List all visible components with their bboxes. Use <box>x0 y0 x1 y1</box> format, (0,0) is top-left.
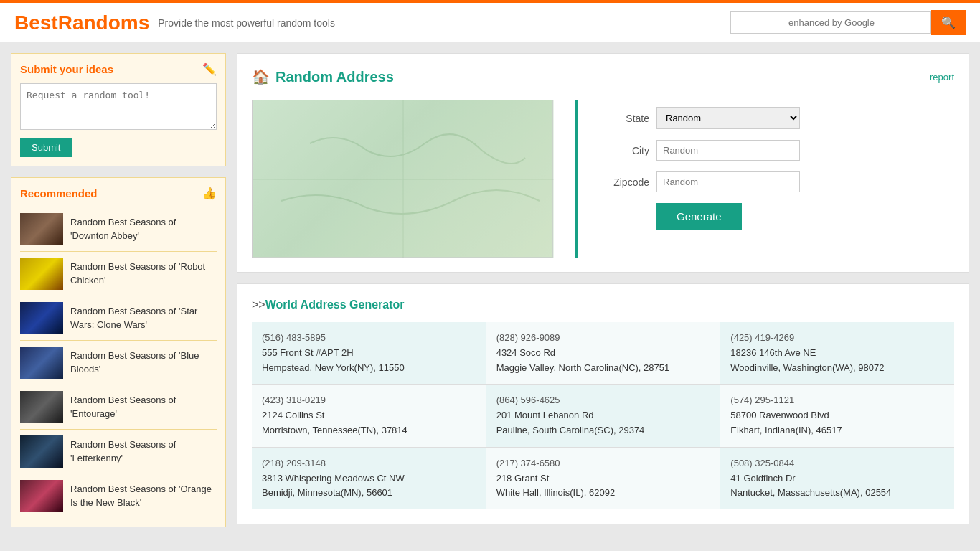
rec-label: Random Best Seasons of 'Downton Abbey' <box>70 216 217 242</box>
recommended-list: Random Best Seasons of 'Downton Abbey'Ra… <box>20 207 217 518</box>
recommended-item[interactable]: Random Best Seasons of 'Star Wars: Clone… <box>20 296 217 341</box>
address-street: 2124 Collins St <box>262 408 476 423</box>
recommended-box: Recommended 👍 Random Best Seasons of 'Do… <box>11 177 226 527</box>
submit-ideas-header: Submit your ideas ✏️ <box>20 62 217 76</box>
recommended-item[interactable]: Random Best Seasons of 'Blue Bloods' <box>20 341 217 385</box>
submit-ideas-title: Submit your ideas <box>20 63 113 75</box>
recommended-item[interactable]: Random Best Seasons of 'Entourage' <box>20 385 217 430</box>
address-phone: (864) 596-4625 <box>496 393 710 408</box>
sidebar: Submit your ideas ✏️ Submit Recommended … <box>11 53 226 527</box>
report-link[interactable]: report <box>930 72 954 83</box>
state-row: State RandomAlabamaAlaskaArizonaArkansas… <box>599 107 954 129</box>
city-label: City <box>599 145 649 156</box>
submit-textarea[interactable] <box>20 83 217 130</box>
state-label: State <box>599 113 649 124</box>
address-street: 201 Mount Lebanon Rd <box>496 408 710 423</box>
address-street: 3813 Whispering Meadows Ct NW <box>262 471 476 486</box>
address-phone: (516) 483-5895 <box>262 331 476 346</box>
world-address-title: >>World Address Generator <box>252 298 405 311</box>
address-city: Pauline, South Carolina(SC), 29374 <box>496 423 710 438</box>
world-address-title-text[interactable]: World Address Generator <box>265 298 405 311</box>
address-phone: (218) 209-3148 <box>262 456 476 471</box>
rec-label: Random Best Seasons of 'Orange Is the Ne… <box>70 483 217 509</box>
thumbs-up-icon: 👍 <box>202 187 217 200</box>
teal-divider <box>575 100 578 258</box>
address-city: Hempstead, New York(NY), 11550 <box>262 361 476 376</box>
zipcode-row: Zipcode <box>599 171 954 192</box>
address-street: 41 Goldfinch Dr <box>730 471 944 486</box>
main-layout: Submit your ideas ✏️ Submit Recommended … <box>0 42 980 538</box>
generate-button[interactable]: Generate <box>656 203 742 230</box>
site-tagline: Provide the most powerful random tools <box>158 17 335 29</box>
address-map <box>252 100 553 258</box>
address-cell: (574) 295-112158700 Ravenwood BlvdElkhar… <box>720 385 954 446</box>
content: 🏠 Random Address report <box>237 53 969 527</box>
city-input[interactable] <box>656 140 800 161</box>
recommended-item[interactable]: Random Best Seasons of 'Downton Abbey' <box>20 207 217 252</box>
address-phone: (828) 926-9089 <box>496 331 710 346</box>
submit-button[interactable]: Submit <box>20 138 72 157</box>
header: BestRandoms Provide the most powerful ra… <box>0 0 980 42</box>
address-cell: (217) 374-6580218 Grant StWhite Hall, Il… <box>486 448 720 509</box>
home-icon: 🏠 <box>252 68 270 85</box>
address-street: 58700 Ravenwood Blvd <box>730 408 944 423</box>
random-address-title: 🏠 Random Address <box>252 68 394 85</box>
rec-thumbnail <box>20 302 63 334</box>
edit-icon: ✏️ <box>202 62 217 76</box>
address-phone: (425) 419-4269 <box>730 331 944 346</box>
search-button[interactable]: 🔍 <box>931 10 966 35</box>
address-city: Bemidji, Minnesota(MN), 56601 <box>262 486 476 501</box>
city-row: City <box>599 140 954 161</box>
rec-thumbnail <box>20 258 63 290</box>
address-street: 4324 Soco Rd <box>496 346 710 361</box>
address-cell: (516) 483-5895555 Front St #APT 2HHempst… <box>252 322 486 384</box>
address-city: Maggie Valley, North Carolina(NC), 28751 <box>496 361 710 376</box>
address-form-area: State RandomAlabamaAlaskaArizonaArkansas… <box>252 100 954 258</box>
address-cell: (828) 926-90894324 Soco RdMaggie Valley,… <box>486 322 720 384</box>
rec-label: Random Best Seasons of 'Robot Chicken' <box>70 260 217 286</box>
address-city: White Hall, Illinois(IL), 62092 <box>496 486 710 501</box>
rec-thumbnail <box>20 391 63 423</box>
recommended-item[interactable]: Random Best Seasons of 'Letterkenny' <box>20 430 217 474</box>
address-phone: (423) 318-0219 <box>262 393 476 408</box>
recommended-item[interactable]: Random Best Seasons of 'Robot Chicken' <box>20 252 217 296</box>
search-input[interactable] <box>730 11 931 34</box>
zipcode-input[interactable] <box>656 171 800 192</box>
submit-ideas-box: Submit your ideas ✏️ Submit <box>11 53 226 166</box>
address-cell: (864) 596-4625201 Mount Lebanon RdPaulin… <box>486 385 720 446</box>
rec-label: Random Best Seasons of 'Star Wars: Clone… <box>70 305 217 331</box>
search-wrapper <box>730 11 931 34</box>
rec-thumbnail <box>20 347 63 379</box>
address-grid: (516) 483-5895555 Front St #APT 2HHempst… <box>252 322 954 509</box>
address-cell: (423) 318-02192124 Collins StMorristown,… <box>252 385 486 446</box>
random-address-box: 🏠 Random Address report <box>237 53 969 273</box>
world-address-box: >>World Address Generator (516) 483-5895… <box>237 283 969 524</box>
rec-thumbnail <box>20 480 63 512</box>
address-cell: (425) 419-426918236 146th Ave NEWoodinvi… <box>720 322 954 384</box>
world-address-header: >>World Address Generator <box>252 298 954 311</box>
recommended-title: Recommended <box>20 187 98 199</box>
address-street: 218 Grant St <box>496 471 710 486</box>
rec-thumbnail <box>20 213 63 245</box>
recommended-header: Recommended 👍 <box>20 187 217 200</box>
header-left: BestRandoms Provide the most powerful ra… <box>14 11 335 34</box>
address-street: 555 Front St #APT 2H <box>262 346 476 361</box>
address-phone: (508) 325-0844 <box>730 456 944 471</box>
generate-row: Generate <box>599 203 954 230</box>
address-controls: State RandomAlabamaAlaskaArizonaArkansas… <box>599 100 954 258</box>
rec-label: Random Best Seasons of 'Letterkenny' <box>70 438 217 464</box>
site-title: BestRandoms <box>14 11 149 34</box>
address-phone: (217) 374-6580 <box>496 456 710 471</box>
zipcode-label: Zipcode <box>599 176 649 188</box>
recommended-item[interactable]: Random Best Seasons of 'Orange Is the Ne… <box>20 474 217 518</box>
address-city: Woodinville, Washington(WA), 98072 <box>730 361 944 376</box>
address-phone: (574) 295-1121 <box>730 393 944 408</box>
rec-thumbnail <box>20 435 63 468</box>
address-city: Elkhart, Indiana(IN), 46517 <box>730 423 944 438</box>
state-select[interactable]: RandomAlabamaAlaskaArizonaArkansasCalifo… <box>656 107 800 129</box>
rec-label: Random Best Seasons of 'Blue Bloods' <box>70 349 217 375</box>
random-address-header: 🏠 Random Address report <box>252 68 954 85</box>
address-city: Nantucket, Massachusetts(MA), 02554 <box>730 486 944 501</box>
address-city: Morristown, Tennessee(TN), 37814 <box>262 423 476 438</box>
search-bar: 🔍 <box>730 10 966 35</box>
